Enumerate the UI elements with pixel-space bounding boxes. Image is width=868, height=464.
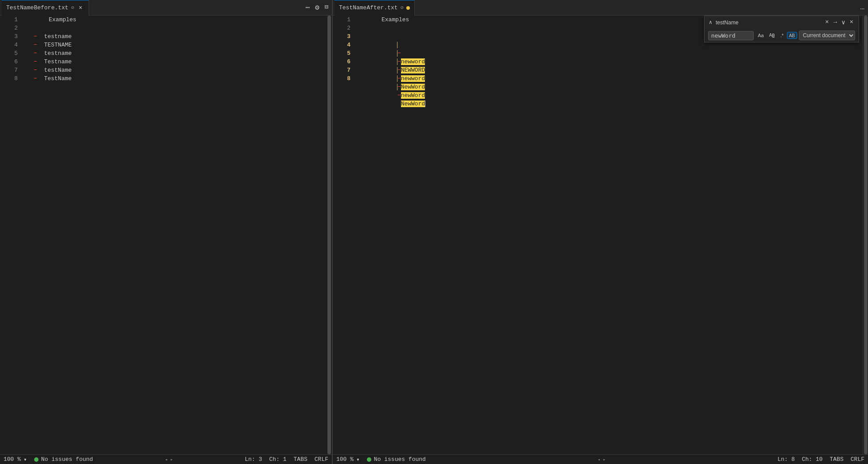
right-ch-value: Ch: 10	[802, 456, 823, 463]
left-line-6: − Testname	[27, 58, 327, 66]
left-crlf-setting[interactable]: CRLF	[311, 455, 332, 464]
right-line-8-highlight: NewWord	[401, 101, 425, 107]
right-line-5-highlight: newword	[401, 75, 425, 82]
find-replace-widget: ∧ testName × → ∨ × Aa	[704, 15, 859, 43]
left-no-issues-label: No issues found	[41, 456, 93, 463]
left-settings-button[interactable]: ⚙	[313, 2, 321, 13]
right-more-actions-button[interactable]: …	[858, 3, 866, 12]
find-preserve-case-button[interactable]: AB	[787, 32, 797, 39]
left-tabs-setting[interactable]: TABS	[290, 455, 311, 464]
left-line-7: − testName	[27, 66, 327, 74]
left-tab-pin-icon[interactable]: ⊘	[71, 4, 74, 11]
left-ch-value: Ch: 1	[269, 456, 287, 463]
right-tab-bar: TestNameAfter.txt ⊘ …	[333, 0, 868, 15]
left-no-issues-icon	[34, 457, 39, 462]
find-option-buttons: Aa AB̲ .* AB	[755, 32, 797, 39]
right-tab-modified-dot	[406, 6, 410, 10]
left-position-ch[interactable]: Ch: 1	[266, 455, 290, 464]
left-status-bar: 100 % ▾ No issues found ◂ ▸ Ln:	[0, 454, 332, 464]
left-split-icon[interactable]: ⊟	[323, 2, 330, 13]
right-tabs-setting[interactable]: TABS	[826, 455, 847, 464]
right-line-6: │ − NewWord	[359, 58, 863, 66]
right-line-5: │ − newword	[359, 49, 863, 58]
left-line-numbers: 1 2 3 4 5 6 7 8	[0, 15, 22, 454]
left-crlf-value: CRLF	[315, 456, 328, 463]
left-zoom-value: 100 %	[4, 456, 21, 463]
right-crlf-value: CRLF	[851, 456, 864, 463]
left-tab-bar-actions: ⋯ ⚙ ⊟	[304, 2, 330, 13]
right-line-8: │ − NewWord	[359, 74, 863, 83]
right-no-issues-label: No issues found	[374, 456, 426, 463]
left-tab-label: TestNameBefore.txt	[6, 4, 68, 11]
find-widget-close-button[interactable]: ×	[823, 18, 830, 27]
right-crlf-setting[interactable]: CRLF	[847, 455, 868, 464]
left-line-1: Examples	[27, 15, 327, 24]
left-line-3: − testname	[27, 32, 327, 41]
find-widget-header: ∧ testName × → ∨ ×	[705, 16, 859, 29]
left-tab-bar: TestNameBefore.txt ⊘ × ⋯ ⚙ ⊟	[0, 0, 332, 15]
right-scroll-right-btn[interactable]: ▸	[602, 457, 607, 462]
find-replace-input-wrapper	[708, 31, 754, 40]
left-no-issues[interactable]: No issues found	[31, 455, 97, 464]
right-position-ln[interactable]: Ln: 8	[774, 455, 798, 464]
left-tab[interactable]: TestNameBefore.txt ⊘ ×	[2, 0, 89, 15]
find-widget-title: testName	[716, 19, 738, 26]
right-position-ch[interactable]: Ch: 10	[798, 455, 826, 464]
find-icon-regex-button[interactable]: .*	[778, 32, 786, 39]
right-line-3-highlight: newword	[401, 58, 425, 65]
find-chevron-button[interactable]: ∨	[840, 18, 847, 27]
left-line-2	[27, 24, 327, 32]
right-code-area[interactable]: Examples │ − newword │ − NEWWORD │ − new…	[355, 15, 863, 454]
find-widget-collapse-button[interactable]: ∧	[708, 18, 713, 27]
left-line-4: − TESTNAME	[27, 41, 327, 49]
right-line-6-highlight: NewWord	[401, 84, 425, 90]
find-navigate-button[interactable]: →	[832, 18, 839, 27]
find-scope-select[interactable]: Current document Open editors	[799, 31, 855, 40]
text-cursor	[425, 101, 425, 107]
find-widget-header-actions: × → ∨ ×	[823, 18, 855, 27]
right-no-issues[interactable]: No issues found	[363, 455, 429, 464]
find-icon-ab-button[interactable]: AB̲	[767, 32, 778, 39]
left-ln-value: Ln: 3	[245, 456, 262, 463]
right-tab-label: TestNameAfter.txt	[339, 4, 398, 11]
left-zoom-control[interactable]: 100 % ▾	[0, 455, 31, 464]
right-editor-content[interactable]: ∧ testName × → ∨ × Aa	[333, 15, 868, 454]
left-scroll-right-btn[interactable]: ▸	[169, 457, 174, 462]
left-scrollbar-thumb[interactable]	[327, 15, 331, 454]
right-scrollbar[interactable]	[863, 15, 868, 454]
left-zoom-arrow: ▾	[23, 456, 27, 463]
right-editor-pane: TestNameAfter.txt ⊘ … ∧ testName × → ∨	[333, 0, 868, 464]
left-position-ln[interactable]: Ln: 3	[241, 455, 266, 464]
right-line-numbers: 1 2 3 4 5 6 7 8	[333, 15, 355, 454]
right-tab[interactable]: TestNameAfter.txt ⊘	[335, 0, 415, 15]
left-line-5: − testname	[27, 49, 327, 58]
left-code-area[interactable]: Examples − testname − TESTNAME − testnam…	[22, 15, 327, 454]
left-scroll-left-btn[interactable]: ◂	[163, 457, 169, 462]
left-editor-pane: TestNameBefore.txt ⊘ × ⋯ ⚙ ⊟ 1 2 3 4 5 6…	[0, 0, 332, 464]
right-line-7: │ − newWord	[359, 66, 863, 74]
right-scrollbar-thumb[interactable]	[864, 15, 868, 454]
right-zoom-value: 100 %	[336, 456, 354, 463]
right-line-4-highlight: NEWWORD	[401, 67, 425, 73]
left-more-actions-button[interactable]: ⋯	[304, 2, 311, 13]
right-tab-bar-actions: …	[858, 3, 866, 12]
right-status-bar: 100 % ▾ No issues found ◂ ▸ Ln:	[333, 454, 868, 464]
right-scroll-left-btn[interactable]: ◂	[596, 457, 602, 462]
right-tabs-value: TABS	[830, 456, 844, 463]
left-line-8: − TestName	[27, 74, 327, 83]
right-ln-value: Ln: 8	[778, 456, 795, 463]
find-icon-aA-button[interactable]: Aa	[755, 32, 766, 39]
right-line-7-highlight: newWord	[401, 92, 425, 99]
right-zoom-control[interactable]: 100 % ▾	[333, 455, 363, 464]
find-replace-input[interactable]	[711, 32, 751, 39]
find-replace-row: Aa AB̲ .* AB Current document Open edito…	[705, 29, 859, 42]
find-widget-x-button[interactable]: ×	[848, 18, 855, 27]
left-scrollbar[interactable]	[327, 15, 332, 454]
left-tab-close-button[interactable]: ×	[77, 4, 84, 12]
right-no-issues-icon	[367, 457, 371, 462]
left-tabs-value: TABS	[294, 456, 307, 463]
right-tab-pin-icon[interactable]: ⊘	[401, 4, 404, 11]
left-editor-content[interactable]: 1 2 3 4 5 6 7 8 Examples − testname − TE…	[0, 15, 332, 454]
right-zoom-arrow: ▾	[356, 456, 360, 463]
